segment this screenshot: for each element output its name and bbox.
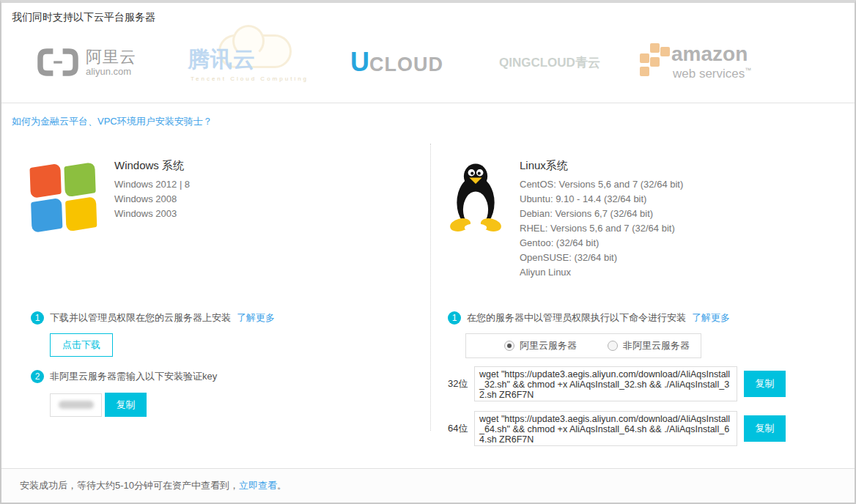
vpc-help-link[interactable]: 如何为金融云平台、VPC环境用户安装安骑士？ — [12, 115, 213, 128]
radio-aliyun-label: 阿里云服务器 — [520, 339, 577, 352]
ucloud-logo-u: U — [350, 47, 369, 78]
server-type-radio-group: 阿里云服务器 非阿里云服务器 — [465, 333, 701, 358]
windows-step-1: 1 下载并以管理员权限在您的云服务器上安装 了解更多 — [31, 311, 430, 325]
windows-version: Windows 2012 | 8 — [114, 177, 190, 192]
windows-version: Windows 2008 — [114, 192, 190, 207]
install-key-field[interactable] — [50, 393, 102, 417]
radio-selected-icon[interactable] — [504, 341, 514, 351]
copy-key-button[interactable]: 复制 — [105, 393, 147, 417]
copy-32bit-button[interactable]: 复制 — [744, 371, 786, 397]
linux-heading: Linux系统 — [520, 159, 683, 173]
label-64bit: 64位 — [448, 422, 474, 435]
linux-distro: Debian: Versions 6,7 (32/64 bit) — [520, 207, 683, 221]
aws-logo-amazon: amazon — [671, 45, 751, 64]
install-key-row: 复制 — [50, 393, 430, 417]
linux-distro: Ubuntu: 9.10 - 14.4 (32/64 bit) — [520, 192, 683, 207]
windows-logo — [29, 163, 99, 234]
tencent-logo-name: 腾讯云 — [188, 45, 256, 75]
aliyun-logo-name: 阿里云 — [86, 48, 136, 66]
aws-logo-tm: ™ — [745, 67, 751, 74]
aliyun-logo: 阿里云 aliyun.com — [37, 46, 151, 78]
windows-version: Windows 2003 — [114, 207, 190, 221]
radio-unselected-icon[interactable] — [608, 341, 618, 351]
linux-learn-more-link[interactable]: 了解更多 — [692, 311, 730, 325]
linux-distro: Gentoo: (32/64 bit) — [520, 236, 683, 251]
view-assets-link[interactable]: 立即查看 — [239, 479, 277, 492]
tencent-cloud-logo: 腾讯云 Tencent Cloud Computing — [188, 33, 298, 92]
command-row-64bit: 64位 wget "https://update3.aegis.aliyun.c… — [448, 411, 830, 446]
footer-bar: 安装成功后，等待大约5-10分钟可在资产中查看到，立即查看。 — [1, 468, 855, 503]
vertical-divider — [430, 144, 431, 431]
aws-logo: amazon web services™ — [638, 42, 751, 83]
radio-aliyun-server[interactable]: 阿里云服务器 — [504, 339, 577, 352]
windows-heading: Windows 系统 — [114, 159, 190, 173]
linux-os-info: Linux系统 CentOS: Versions 5,6 and 7 (32/6… — [448, 156, 830, 311]
copy-64bit-button[interactable]: 复制 — [744, 415, 786, 442]
key-value-redacted — [59, 401, 94, 409]
tencent-logo-caption: Tencent Cloud Computing — [191, 75, 309, 82]
command-32bit-field[interactable]: wget "https://update3.aegis.aliyun.com/d… — [474, 366, 737, 401]
linux-distro: Aliyun Linux — [520, 265, 683, 280]
page-title: 我们同时支持以下云平台服务器 — [12, 11, 844, 24]
step-1-badge: 1 — [31, 311, 44, 325]
aliyun-bracket-icon — [37, 46, 79, 78]
main-content: 如何为金融云平台、VPC环境用户安装安骑士？ Windows 系统 Window… — [1, 103, 855, 446]
linux-step-1: 1 在您的服务器中以管理员权限执行以下命令进行安装 了解更多 — [448, 311, 830, 325]
radio-non-aliyun-server[interactable]: 非阿里云服务器 — [608, 339, 690, 352]
download-button[interactable]: 点击下载 — [50, 333, 113, 357]
step-1-badge: 1 — [448, 311, 461, 325]
label-32bit: 32位 — [448, 377, 474, 390]
linux-distro: RHEL: Versions 5,6 and 7 (32/64 bit) — [520, 221, 683, 236]
linux-tux-icon — [448, 160, 503, 234]
aliyun-logo-domain: aliyun.com — [86, 66, 136, 77]
windows-section: Windows 系统 Windows 2012 | 8 Windows 2008… — [12, 156, 430, 446]
footer-text: 安装成功后，等待大约5-10分钟可在资产中查看到， — [20, 479, 239, 492]
linux-step-1-text: 在您的服务器中以管理员权限执行以下命令进行安装 — [467, 311, 686, 325]
command-64bit-field[interactable]: wget "https://update3.aegis.aliyun.com/d… — [474, 411, 737, 446]
step-2-badge: 2 — [31, 370, 44, 383]
windows-step-2: 2 非阿里云服务器需输入以下安装验证key — [31, 370, 430, 383]
cloud-logos-row: 阿里云 aliyun.com 腾讯云 Tencent Cloud Computi… — [12, 27, 844, 97]
install-agent-page: 我们同时支持以下云平台服务器 阿里云 aliyun.com 腾讯云 — [0, 0, 856, 504]
qingcloud-logo-name: QINGCLOUD青云 — [499, 54, 600, 71]
footer-text-suffix: 。 — [277, 479, 287, 492]
qingcloud-logo: QINGCLOUD青云 — [494, 53, 597, 71]
supported-platforms-header: 我们同时支持以下云平台服务器 阿里云 aliyun.com 腾讯云 — [1, 3, 855, 103]
linux-distro: OpenSUSE: (32/64 bit) — [520, 251, 683, 265]
command-row-32bit: 32位 wget "https://update3.aegis.aliyun.c… — [448, 366, 830, 401]
windows-os-info: Windows 系统 Windows 2012 | 8 Windows 2008… — [31, 156, 430, 311]
windows-step-1-text: 下载并以管理员权限在您的云服务器上安装 — [50, 311, 231, 325]
aws-logo-webservices: web services — [673, 66, 745, 80]
ucloud-logo-cloud: CLOUD — [369, 53, 443, 76]
radio-non-aliyun-label: 非阿里云服务器 — [623, 339, 690, 352]
aws-cubes-icon — [638, 42, 670, 83]
windows-learn-more-link[interactable]: 了解更多 — [237, 311, 275, 325]
ucloud-logo: UCLOUD — [350, 47, 450, 78]
windows-step-2-text: 非阿里云服务器需输入以下安装验证key — [50, 370, 217, 383]
linux-section: Linux系统 CentOS: Versions 5,6 and 7 (32/6… — [430, 156, 830, 446]
linux-distro: CentOS: Versions 5,6 and 7 (32/64 bit) — [520, 177, 683, 192]
